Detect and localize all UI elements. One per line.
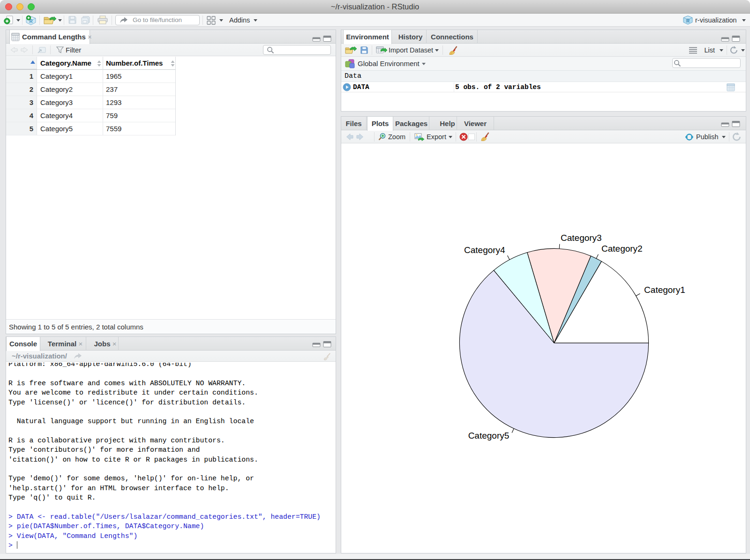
svg-text:Category1: Category1 — [644, 285, 685, 295]
svg-text:Category5: Category5 — [468, 431, 510, 441]
svg-text:R: R — [686, 18, 690, 23]
svg-text:Category2: Category2 — [601, 244, 643, 254]
svg-text:Category4: Category4 — [464, 245, 505, 255]
svg-text:Category3: Category3 — [561, 233, 602, 243]
